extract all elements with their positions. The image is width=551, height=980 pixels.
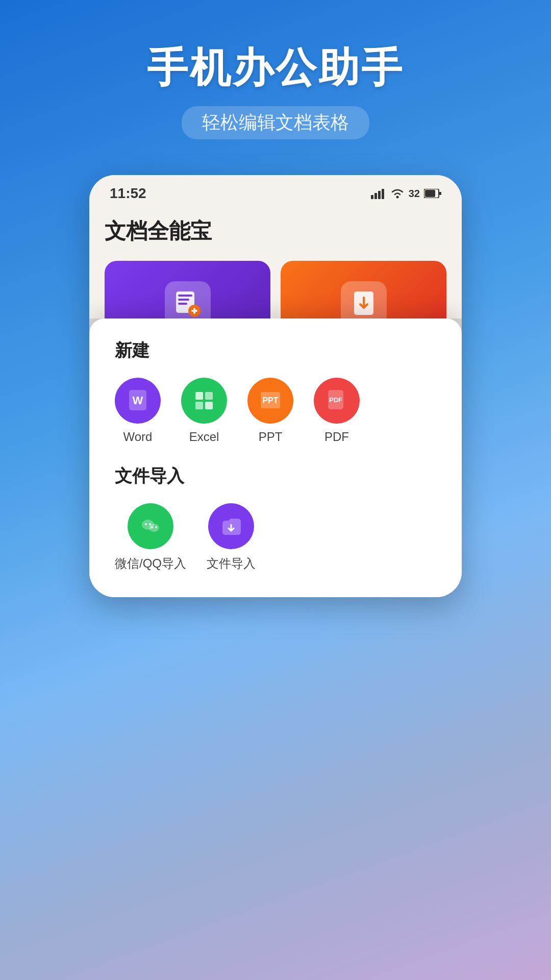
svg-rect-3: [382, 189, 384, 199]
phone-mockup: 11:52 32 文档全能: [89, 175, 462, 597]
app-title: 文档全能宝: [105, 217, 446, 246]
svg-rect-7: [439, 192, 441, 195]
status-time: 11:52: [110, 185, 146, 202]
signal-icon: [371, 188, 386, 199]
ppt-label: PPT: [259, 430, 283, 444]
svg-rect-32: [205, 402, 213, 409]
svg-point-4: [396, 196, 398, 199]
battery-level: 32: [409, 188, 420, 200]
pdf-icon: PDF: [314, 378, 360, 424]
svg-text:PPT: PPT: [262, 396, 278, 405]
popup-new-section: 新建 W Word: [115, 339, 436, 444]
svg-rect-0: [371, 195, 373, 199]
status-bar: 11:52 32: [89, 175, 462, 207]
svg-rect-1: [374, 193, 377, 199]
battery-icon: [424, 189, 441, 198]
pdf-label: PDF: [324, 430, 349, 444]
svg-rect-2: [378, 191, 381, 199]
app-subtitle: 轻松编辑文档表格: [182, 106, 369, 139]
excel-icon: [181, 378, 227, 424]
svg-rect-31: [195, 402, 203, 409]
svg-rect-29: [195, 392, 203, 400]
file-import-label: 文件导入: [207, 555, 256, 572]
svg-rect-11: [178, 303, 187, 305]
svg-point-42: [155, 526, 157, 528]
popup-import-title: 文件导入: [115, 464, 436, 488]
popup-import-icons: 微信/QQ导入 文件导入: [115, 503, 436, 572]
ppt-icon: PPT: [247, 378, 293, 424]
svg-text:PDF: PDF: [329, 396, 342, 404]
app-header: 手机办公助手 轻松编辑文档表格: [0, 0, 551, 160]
popup-pdf[interactable]: PDF PDF: [314, 378, 360, 444]
popup-overlay: 新建 W Word: [89, 318, 462, 597]
svg-point-41: [151, 526, 153, 528]
popup-ppt[interactable]: PPT PPT: [247, 378, 293, 444]
wechat-icon: [128, 503, 173, 549]
svg-rect-9: [178, 295, 192, 297]
svg-rect-14: [193, 308, 195, 314]
svg-point-39: [145, 523, 147, 525]
svg-rect-6: [425, 190, 435, 197]
svg-rect-10: [178, 299, 189, 301]
wechat-label: 微信/QQ导入: [115, 555, 186, 572]
svg-point-40: [149, 523, 151, 525]
svg-text:W: W: [133, 394, 143, 407]
popup-new-title: 新建: [115, 339, 436, 362]
file-import-icon: [208, 503, 254, 549]
wifi-icon: [390, 188, 405, 199]
app-main-title: 手机办公助手: [20, 41, 531, 96]
word-label: Word: [123, 430, 153, 444]
word-icon: W: [115, 378, 161, 424]
popup-excel[interactable]: Excel: [181, 378, 227, 444]
status-icons: 32: [371, 188, 441, 200]
popup-wechat[interactable]: 微信/QQ导入: [115, 503, 186, 572]
excel-label: Excel: [189, 430, 219, 444]
popup-file-import[interactable]: 文件导入: [207, 503, 256, 572]
popup-word[interactable]: W Word: [115, 378, 161, 444]
popup-new-icons: W Word: [115, 378, 436, 444]
popup-card: 新建 W Word: [89, 318, 462, 597]
popup-import-section: 文件导入 微信/Q: [115, 464, 436, 572]
svg-rect-30: [205, 392, 213, 400]
